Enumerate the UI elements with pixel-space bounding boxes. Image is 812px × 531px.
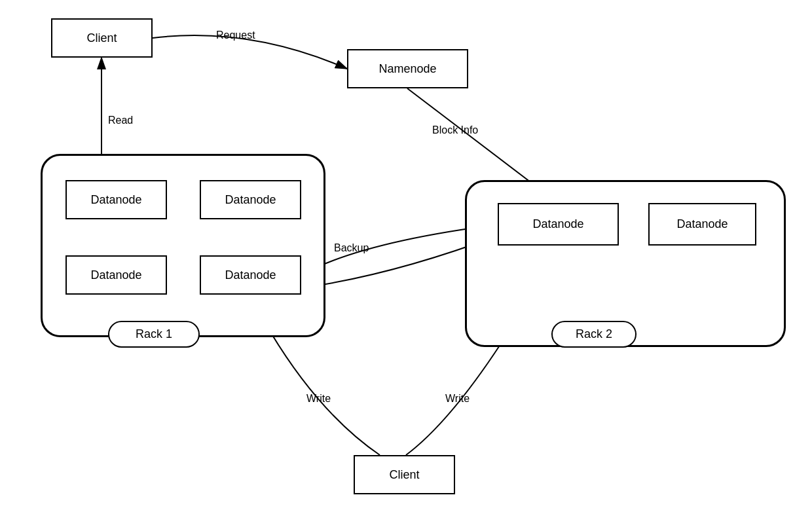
- diagram: Rack 1 Rack 2 Client Namenode Client Dat…: [0, 0, 812, 531]
- datanode-r1-tl: Datanode: [65, 180, 167, 219]
- datanode-r2-l: Datanode: [498, 203, 619, 246]
- block-info-label: Block Info: [432, 124, 478, 136]
- datanode-r1-tr: Datanode: [200, 180, 301, 219]
- rack2-label: Rack 2: [551, 321, 637, 348]
- write-rack1-label: Write: [306, 393, 331, 405]
- client-top-node: Client: [51, 18, 153, 58]
- namenode-node: Namenode: [347, 49, 468, 88]
- rack1-label: Rack 1: [108, 321, 200, 348]
- read-label: Read: [108, 115, 133, 126]
- backup-label: Backup: [334, 242, 369, 254]
- datanode-r1-br: Datanode: [200, 255, 301, 295]
- client-bottom-node: Client: [354, 455, 455, 494]
- request-label: Request: [216, 29, 255, 41]
- datanode-r2-r: Datanode: [648, 203, 756, 246]
- write-rack2-label: Write: [445, 393, 470, 405]
- datanode-r1-bl: Datanode: [65, 255, 167, 295]
